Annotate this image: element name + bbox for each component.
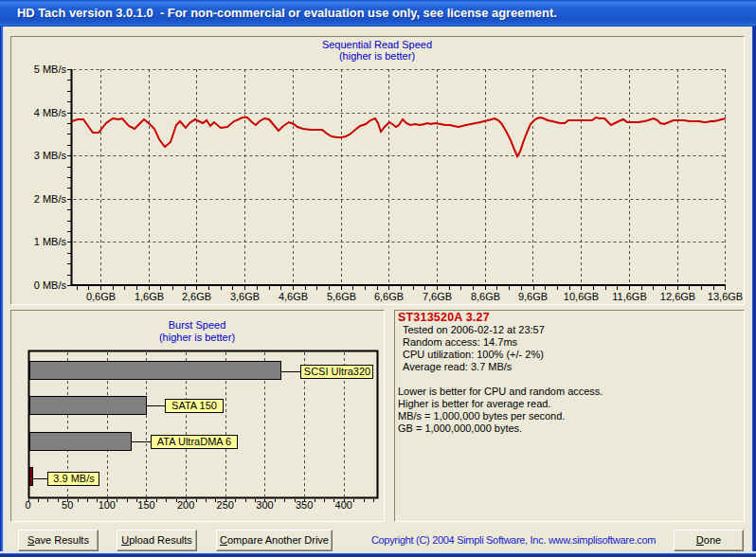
- svg-text:5 MB/s: 5 MB/s: [34, 63, 67, 75]
- svg-text:350: 350: [296, 499, 313, 511]
- svg-text:150: 150: [137, 499, 154, 511]
- svg-text:Burst Speed: Burst Speed: [169, 319, 226, 331]
- svg-text:3.9 MB/s: 3.9 MB/s: [53, 473, 95, 484]
- svg-text:0 MB/s: 0 MB/s: [34, 279, 67, 291]
- svg-text:11,6GB: 11,6GB: [612, 291, 647, 302]
- svg-text:2 MB/s: 2 MB/s: [34, 193, 67, 205]
- svg-text:(higher is better): (higher is better): [159, 332, 235, 343]
- svg-text:Sequential Read Speed: Sequential Read Speed: [322, 39, 432, 50]
- svg-text:10,6GB: 10,6GB: [564, 291, 599, 302]
- svg-text:3,6GB: 3,6GB: [230, 291, 260, 302]
- svg-text:12,6GB: 12,6GB: [660, 291, 695, 302]
- svg-text:3 MB/s: 3 MB/s: [34, 150, 67, 161]
- svg-text:6,6GB: 6,6GB: [374, 291, 404, 302]
- svg-text:SCSI Ultra320: SCSI Ultra320: [304, 366, 370, 377]
- svg-text:0: 0: [25, 499, 30, 511]
- svg-text:50: 50: [62, 499, 73, 511]
- svg-text:100: 100: [99, 499, 116, 511]
- svg-text:400: 400: [335, 499, 352, 511]
- svg-text:300: 300: [256, 499, 273, 511]
- svg-text:4,6GB: 4,6GB: [279, 291, 308, 302]
- svg-text:1,6GB: 1,6GB: [135, 291, 164, 302]
- svg-text:4 MB/s: 4 MB/s: [34, 107, 67, 118]
- svg-text:SATA 150: SATA 150: [171, 400, 217, 411]
- svg-text:2,6GB: 2,6GB: [182, 291, 211, 302]
- svg-text:250: 250: [217, 499, 234, 511]
- svg-text:200: 200: [177, 499, 194, 511]
- svg-text:9,6GB: 9,6GB: [518, 291, 548, 302]
- svg-text:13,6GB: 13,6GB: [708, 291, 743, 302]
- svg-text:ATA UltraDMA 6: ATA UltraDMA 6: [157, 436, 231, 447]
- svg-text:5,6GB: 5,6GB: [327, 291, 356, 302]
- svg-text:1 MB/s: 1 MB/s: [34, 236, 67, 247]
- svg-text:0,6GB: 0,6GB: [86, 291, 116, 302]
- svg-text:8,6GB: 8,6GB: [471, 291, 500, 302]
- svg-text:(higher is better): (higher is better): [339, 50, 415, 62]
- svg-text:7,6GB: 7,6GB: [423, 291, 452, 302]
